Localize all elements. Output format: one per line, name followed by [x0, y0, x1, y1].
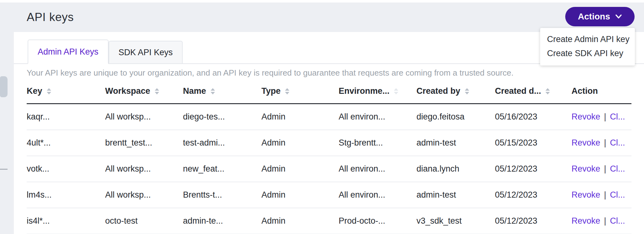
column-header-name[interactable]: Name — [183, 86, 261, 96]
cell-environment: Stg-brentt... — [339, 138, 416, 148]
column-label: Environme... — [339, 86, 389, 96]
tab-label: Admin API Keys — [38, 47, 99, 57]
cell-workspace: brentt_test... — [105, 138, 183, 148]
cell-key: 4ult*... — [27, 138, 105, 148]
column-header-created-d[interactable]: Created d... — [495, 86, 572, 96]
cell-actions: Revoke|Cl... — [572, 216, 631, 226]
revoke-link[interactable]: Revoke — [572, 216, 600, 226]
table-body: kaqr...All worksp...diego-tes...AdminAll… — [27, 104, 631, 234]
cell-type: Admin — [261, 164, 339, 174]
menu-item-create-admin-api-key[interactable]: Create Admin API key — [540, 32, 635, 46]
cell-workspace: All worksp... — [105, 112, 183, 122]
cell-created-date: 05/15/2023 — [495, 138, 572, 148]
column-label: Workspace — [105, 86, 150, 96]
tab-admin-api-keys[interactable]: Admin API Keys — [28, 40, 109, 64]
cell-created-date: 05/12/2023 — [495, 216, 572, 226]
action-separator: | — [604, 138, 606, 148]
cell-key: votk... — [27, 164, 105, 174]
cell-environment: All environ... — [339, 164, 416, 174]
actions-button-label: Actions — [578, 12, 610, 22]
column-header-key[interactable]: Key — [27, 86, 105, 96]
action-separator: | — [604, 216, 606, 226]
sort-icon — [285, 88, 289, 94]
sort-icon — [394, 88, 398, 94]
action-separator: | — [604, 190, 606, 200]
cell-key: lm4s... — [27, 190, 105, 200]
cell-type: Admin — [261, 138, 339, 148]
cell-actions: Revoke|Cl... — [572, 164, 631, 174]
column-header-action: Action — [572, 86, 631, 96]
column-label: Name — [183, 86, 206, 96]
cell-environment: All environ... — [339, 190, 416, 200]
cell-created-by: admin-test — [416, 190, 495, 200]
cell-name: diego-tes... — [183, 112, 261, 122]
table-row: 4ult*...brentt_test...test-admi...AdminS… — [27, 130, 631, 156]
clone-link[interactable]: Cl... — [610, 164, 625, 174]
rail-divider — [0, 169, 8, 170]
api-keys-table: KeyWorkspaceNameTypeEnvironme...Created … — [27, 79, 631, 234]
cell-type: Admin — [261, 190, 339, 200]
chevron-down-icon — [615, 14, 622, 19]
revoke-link[interactable]: Revoke — [572, 190, 600, 200]
description-text: Your API keys are unique to your organiz… — [27, 68, 631, 77]
clone-link[interactable]: Cl... — [610, 216, 625, 226]
sort-icon — [155, 88, 159, 94]
sort-icon — [465, 88, 469, 94]
column-header-type[interactable]: Type — [261, 86, 339, 96]
clone-link[interactable]: Cl... — [610, 138, 625, 148]
cell-key: is4l*... — [27, 216, 105, 226]
cell-type: Admin — [261, 112, 339, 122]
scrollbar-thumb[interactable] — [0, 76, 8, 97]
clone-link[interactable]: Cl... — [610, 112, 625, 122]
sort-icon — [545, 88, 550, 94]
cell-actions: Revoke|Cl... — [572, 138, 631, 148]
actions-dropdown-menu: Create Admin API key Create SDK API key — [540, 28, 635, 66]
cell-workspace: All worksp... — [105, 190, 183, 200]
table-row: lm4s...All worksp...Brentts-t...AdminAll… — [27, 182, 631, 208]
column-label: Action — [572, 86, 598, 96]
actions-button[interactable]: Actions — [565, 7, 635, 26]
tab-sdk-api-keys[interactable]: SDK API Keys — [109, 41, 183, 63]
cell-name: new_feat... — [183, 164, 261, 174]
menu-item-create-sdk-api-key[interactable]: Create SDK API key — [540, 46, 635, 61]
table-row: is4l*...octo-testadmin-te...AdminProd-oc… — [27, 208, 631, 234]
revoke-link[interactable]: Revoke — [572, 164, 600, 174]
sort-icon — [47, 88, 51, 94]
cell-name: test-admi... — [183, 138, 261, 148]
column-header-created-by[interactable]: Created by — [416, 86, 495, 96]
column-label: Key — [27, 86, 42, 96]
cell-created-by: v3_sdk_test — [416, 216, 495, 226]
column-label: Type — [261, 86, 281, 96]
column-header-environme[interactable]: Environme... — [339, 86, 416, 96]
cell-created-date: 05/12/2023 — [495, 190, 572, 200]
tab-label: SDK API Keys — [119, 48, 173, 57]
action-separator: | — [604, 164, 606, 174]
cell-workspace: All worksp... — [105, 164, 183, 174]
revoke-link[interactable]: Revoke — [572, 112, 600, 122]
cell-actions: Revoke|Cl... — [572, 112, 631, 122]
cell-created-date: 05/12/2023 — [495, 164, 572, 174]
cell-created-by: diana.lynch — [416, 164, 495, 174]
cell-environment: Prod-octo-... — [339, 216, 416, 226]
cell-name: admin-te... — [183, 216, 261, 226]
column-header-workspace[interactable]: Workspace — [105, 86, 183, 96]
cell-created-by: admin-test — [416, 138, 495, 148]
cell-type: Admin — [261, 216, 339, 226]
table-row: votk...All worksp...new_feat...AdminAll … — [27, 156, 631, 182]
action-separator: | — [604, 112, 606, 122]
left-rail — [0, 32, 14, 234]
revoke-link[interactable]: Revoke — [572, 138, 600, 148]
cell-workspace: octo-test — [105, 216, 183, 226]
cell-key: kaqr... — [27, 112, 105, 122]
table-row: kaqr...All worksp...diego-tes...AdminAll… — [27, 104, 631, 130]
cell-actions: Revoke|Cl... — [572, 190, 631, 200]
cell-created-by: diego.feitosa — [416, 112, 495, 122]
cell-name: Brentts-t... — [183, 190, 261, 200]
cell-created-date: 05/16/2023 — [495, 112, 572, 122]
table-header-row: KeyWorkspaceNameTypeEnvironme...Created … — [27, 79, 631, 104]
column-label: Created d... — [495, 86, 541, 96]
cell-environment: All environ... — [339, 112, 416, 122]
page-title: API keys — [27, 11, 74, 24]
clone-link[interactable]: Cl... — [610, 190, 625, 200]
page-header-band: API keys Actions — [0, 3, 644, 32]
